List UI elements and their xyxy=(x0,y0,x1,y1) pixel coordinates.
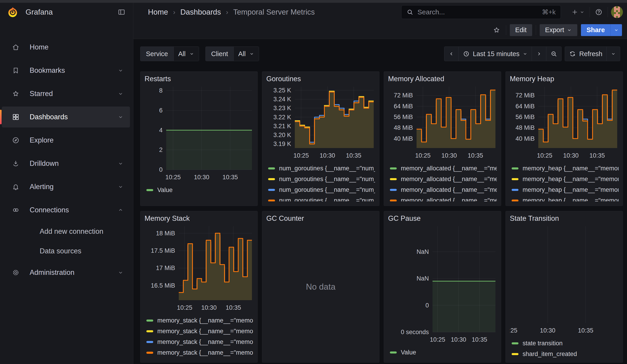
svg-text:72 MiB: 72 MiB xyxy=(516,92,535,99)
panel-title[interactable]: State Transition xyxy=(510,214,619,223)
svg-text:NaN: NaN xyxy=(417,248,429,255)
sidebar-item-bookmarks[interactable]: Bookmarks xyxy=(2,60,130,81)
legend-item[interactable]: num_goroutines {__name__="num_go xyxy=(266,163,375,174)
chart-gc-pause[interactable]: 0 seconds0NaNNaN10:2510:3010:35 xyxy=(388,225,497,345)
breadcrumb-dashboards[interactable]: Dashboards xyxy=(180,8,221,16)
chart-goroutines[interactable]: 3.19 K3.20 K3.21 K3.22 K3.23 K3.24 K3.25… xyxy=(266,85,375,161)
sidebar-item-label: Alerting xyxy=(30,183,53,191)
legend-item[interactable]: memory_stack {__name__="memory_s xyxy=(145,326,253,337)
panel-title[interactable]: GC Pause xyxy=(388,214,497,223)
svg-text:10:25: 10:25 xyxy=(293,152,309,159)
panel-memory-heap: Memory Heap40 MiB48 MiB56 MiB64 MiB72 Mi… xyxy=(506,71,623,206)
share-menu-button[interactable] xyxy=(610,24,622,36)
time-shift-back-button[interactable] xyxy=(444,47,459,61)
legend-item[interactable]: memory_allocated {__name__="memo xyxy=(388,163,497,174)
legend: Value xyxy=(388,347,497,358)
legend-item[interactable]: Value xyxy=(145,185,253,196)
svg-text:64 MiB: 64 MiB xyxy=(394,103,413,110)
user-avatar[interactable] xyxy=(611,6,623,18)
legend-label: memory_heap {__name__="memory_h xyxy=(522,165,619,172)
legend-item[interactable]: shard_item_created xyxy=(510,349,619,360)
panel-title[interactable]: Restarts xyxy=(145,75,253,83)
svg-text:2: 2 xyxy=(159,146,162,153)
svg-text:3.25 K: 3.25 K xyxy=(273,87,291,94)
svg-text:48 MiB: 48 MiB xyxy=(394,124,413,131)
panel-goroutines: Goroutines3.19 K3.20 K3.21 K3.22 K3.23 K… xyxy=(262,71,379,206)
sidebar-item-explore[interactable]: Explore xyxy=(2,130,130,151)
legend-item[interactable]: state transition xyxy=(510,338,619,349)
share-button[interactable]: Share xyxy=(581,24,610,36)
sidebar-item-dashboards[interactable]: Dashboards xyxy=(2,106,130,127)
favorite-star-button[interactable] xyxy=(491,24,502,36)
panel-gc-pause: GC Pause0 seconds0NaNNaN10:2510:3010:35V… xyxy=(384,211,501,363)
legend-label: memory_stack {__name__="memory_s xyxy=(157,349,253,356)
filter-value-dropdown[interactable]: All xyxy=(173,47,199,61)
legend-color xyxy=(512,342,519,344)
sidebar-item-connections[interactable]: Connections xyxy=(2,200,130,220)
chart-restarts[interactable]: 0246810:2510:3010:35 xyxy=(145,85,254,182)
refresh-interval-button[interactable] xyxy=(607,47,620,61)
panel-title[interactable]: Memory Stack xyxy=(145,214,253,223)
svg-text:3.22 K: 3.22 K xyxy=(273,114,291,121)
header-actions xyxy=(570,6,623,18)
grafana-logo-icon[interactable] xyxy=(7,6,19,18)
legend-item[interactable]: memory_heap {__name__="memory_h xyxy=(510,185,619,195)
legend-item[interactable]: num_goroutines {__name__="num_go xyxy=(266,174,375,185)
refresh-button[interactable]: Refresh xyxy=(565,47,607,61)
edit-button[interactable]: Edit xyxy=(510,24,532,36)
legend-color xyxy=(390,178,397,180)
legend-item[interactable]: memory_stack {__name__="memory_s xyxy=(145,337,253,347)
legend-item[interactable]: Value xyxy=(388,347,497,358)
time-shift-forward-button[interactable] xyxy=(532,47,546,61)
legend-item[interactable]: memory_heap {__name__="memory_h xyxy=(510,163,619,174)
legend-item[interactable]: memory_allocated {__name__="memo xyxy=(388,174,497,185)
panel-title[interactable]: Memory Heap xyxy=(510,75,619,83)
export-button[interactable]: Export xyxy=(540,24,577,36)
legend-item[interactable]: memory_heap {__name__="memory_h xyxy=(510,195,619,201)
sidebar-toggle-button[interactable] xyxy=(116,6,127,18)
legend-item[interactable]: num_goroutines {__name__="num_go xyxy=(266,195,375,201)
sidebar-item-administration[interactable]: Administration xyxy=(2,262,130,283)
sidebar-item-home[interactable]: Home xyxy=(2,37,130,58)
sidebar-item-add-new-connection[interactable]: Add new connection xyxy=(2,223,130,240)
legend-item[interactable]: memory_stack {__name__="memory_s xyxy=(145,315,253,326)
chevron-down-icon xyxy=(567,28,572,33)
sidebar-item-data-sources[interactable]: Data sources xyxy=(2,242,130,260)
legend-item[interactable]: memory_allocated {__name__="memo xyxy=(388,185,497,195)
legend-item[interactable]: memory_heap {__name__="memory_h xyxy=(510,174,619,185)
bell-icon xyxy=(12,183,20,191)
zoom-out-time-button[interactable] xyxy=(546,47,561,61)
panel-title[interactable]: Memory Allocated xyxy=(388,75,497,83)
chart-state-transition[interactable]: 10:2510:3010:35 xyxy=(510,225,619,336)
breadcrumb-home[interactable]: Home xyxy=(148,8,168,16)
legend-item[interactable]: num_goroutines {__name__="num_go xyxy=(266,185,375,195)
legend-label: num_goroutines {__name__="num_go xyxy=(279,186,375,193)
search-input[interactable] xyxy=(417,8,538,16)
sidebar-item-label: Data sources xyxy=(40,247,81,255)
sidebar-item-starred[interactable]: Starred xyxy=(2,83,130,104)
panel-title[interactable]: Goroutines xyxy=(266,75,375,83)
compass-icon xyxy=(12,136,20,144)
cog-icon xyxy=(12,269,20,276)
sidebar-item-drilldown[interactable]: Drilldown xyxy=(2,153,130,174)
legend-color xyxy=(512,200,519,201)
chart-memory-allocated[interactable]: 40 MiB48 MiB56 MiB64 MiB72 MiB10:2510:30… xyxy=(388,85,497,161)
legend-item[interactable]: memory_stack {__name__="memory_s xyxy=(145,347,253,358)
legend-color xyxy=(268,178,275,180)
panel-title[interactable]: GC Counter xyxy=(266,214,375,223)
help-button[interactable] xyxy=(593,6,604,18)
search-box[interactable]: ⌘+k xyxy=(401,5,561,19)
add-new-button[interactable] xyxy=(570,7,586,17)
time-range-picker[interactable]: Last 15 minutes xyxy=(459,47,532,61)
nav-sidebar: HomeBookmarksStarredDashboardsExploreDri… xyxy=(0,21,133,364)
legend-item[interactable]: memory_allocated {__name__="memo xyxy=(388,195,497,201)
breadcrumb-separator: › xyxy=(173,8,175,16)
zoom-out-icon xyxy=(550,51,557,57)
legend-label: memory_allocated {__name__="memo xyxy=(401,197,497,201)
filter-value-dropdown[interactable]: All xyxy=(233,47,259,61)
chevron-down-icon xyxy=(579,9,585,15)
sidebar-item-alerting[interactable]: Alerting xyxy=(2,176,130,197)
chart-memory-stack[interactable]: 16.5 MiB17 MiB17.5 MiB18 MiB10:2510:3010… xyxy=(145,225,254,313)
chart-memory-heap[interactable]: 40 MiB48 MiB56 MiB64 MiB72 MiB10:2510:30… xyxy=(510,85,619,161)
sidebar-item-label: Explore xyxy=(30,136,53,144)
